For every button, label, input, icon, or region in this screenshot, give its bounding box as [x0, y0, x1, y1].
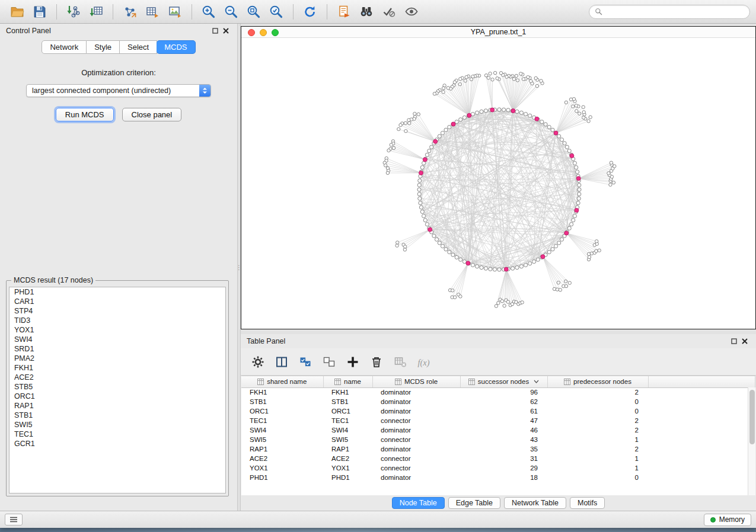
- export-image-button[interactable]: [164, 2, 186, 21]
- table-cell: SWI4: [323, 425, 372, 435]
- table-row[interactable]: SWI5SWI5connector431: [241, 435, 755, 444]
- binoculars-button[interactable]: [355, 2, 378, 21]
- table-cell: SWI4: [241, 425, 323, 435]
- mcds-result-item[interactable]: CAR1: [9, 297, 225, 306]
- table-row[interactable]: ACE2ACE2connector311: [241, 454, 755, 463]
- optimization-dropdown[interactable]: largest connected component (undirected): [26, 84, 211, 97]
- select-all-icon: [299, 355, 312, 368]
- float-panel-icon[interactable]: [210, 26, 221, 36]
- column-header-shared-name[interactable]: shared name: [241, 376, 323, 387]
- tab-motifs[interactable]: Motifs: [570, 497, 605, 509]
- mcds-result-item[interactable]: STB1: [9, 411, 225, 420]
- tab-style[interactable]: Style: [87, 40, 120, 54]
- mcds-result-item[interactable]: ORC1: [9, 392, 225, 401]
- mcds-result-item[interactable]: RAP1: [9, 401, 225, 411]
- column-header-predecessor-nodes[interactable]: predecessor nodes: [547, 376, 648, 387]
- table-cell: [648, 463, 755, 473]
- tab-mcds[interactable]: MCDS: [157, 40, 195, 54]
- delete-button[interactable]: [368, 353, 385, 371]
- memory-label: Memory: [719, 515, 745, 524]
- mcds-result-item[interactable]: ACE2: [9, 373, 225, 382]
- column-header-successor-nodes[interactable]: successor nodes: [460, 376, 547, 387]
- mcds-result-item[interactable]: PHD1: [9, 287, 225, 297]
- search-box[interactable]: [589, 5, 750, 19]
- run-mcds-button[interactable]: Run MCDS: [56, 108, 114, 121]
- scrollbar-thumb[interactable]: [749, 390, 755, 444]
- table-row[interactable]: RAP1RAP1dominator352: [241, 444, 755, 454]
- import-table-icon: [89, 5, 103, 19]
- table-cell: PHD1: [241, 473, 323, 482]
- float-table-panel-icon[interactable]: [729, 336, 739, 346]
- zoom-out-button[interactable]: [220, 2, 243, 21]
- tab-network[interactable]: Network: [42, 40, 87, 54]
- style-check-button[interactable]: [378, 2, 400, 21]
- add-button[interactable]: [344, 353, 362, 371]
- table-row[interactable]: FKH1FKH1dominator962: [241, 387, 755, 397]
- table-cell: FKH1: [323, 387, 372, 397]
- close-table-panel-icon[interactable]: [739, 336, 750, 346]
- table-cell: ACE2: [241, 454, 323, 463]
- window-close-icon[interactable]: [248, 29, 255, 36]
- table-cell: 96: [460, 387, 547, 397]
- mcds-result-item[interactable]: SWI4: [9, 335, 225, 344]
- tab-edge-table[interactable]: Edge Table: [448, 497, 500, 509]
- window-minimize-icon[interactable]: [260, 29, 267, 36]
- mcds-result-item[interactable]: SWI5: [9, 420, 225, 430]
- zoom-in-button[interactable]: [197, 2, 220, 21]
- mcds-result-item[interactable]: FKH1: [9, 363, 225, 373]
- zoom-fit-button[interactable]: [243, 2, 265, 21]
- window-maximize-icon[interactable]: [272, 29, 279, 36]
- table-row[interactable]: ORC1ORC1dominator610: [241, 406, 755, 416]
- select-all-button[interactable]: [296, 353, 314, 371]
- columns-button[interactable]: [273, 353, 291, 371]
- chevron-down-icon: [534, 380, 539, 383]
- zoom-selected-button[interactable]: [265, 2, 288, 21]
- table-row[interactable]: STB1STB1dominator620: [241, 397, 755, 406]
- horizontal-splitter[interactable]: [241, 329, 756, 334]
- close-panel-icon[interactable]: [221, 26, 231, 36]
- refresh-button[interactable]: [299, 2, 321, 21]
- mcds-result-item[interactable]: SRD1: [9, 344, 225, 354]
- table-row[interactable]: YOX1YOX1connector291: [241, 463, 755, 473]
- table-row[interactable]: TEC1TEC1connector472: [241, 416, 755, 425]
- tab-select[interactable]: Select: [120, 40, 157, 54]
- open-file-button[interactable]: [6, 2, 28, 21]
- export-table-icon: [145, 5, 160, 19]
- eye-button[interactable]: [400, 2, 423, 21]
- deselect-all-button[interactable]: [320, 353, 338, 371]
- import-table-button[interactable]: [85, 2, 107, 21]
- zoom-fit-icon: [247, 5, 261, 19]
- table-row[interactable]: SWI4SWI4dominator462: [241, 425, 755, 435]
- gear-button[interactable]: [249, 353, 267, 371]
- clipboard-button[interactable]: [333, 2, 355, 21]
- mcds-result-item[interactable]: TEC1: [9, 430, 225, 439]
- hamburger-menu-icon[interactable]: [5, 514, 23, 525]
- export-table-button[interactable]: [141, 2, 164, 21]
- mcds-result-item[interactable]: TID3: [9, 316, 225, 325]
- table-cell: YOX1: [323, 463, 372, 473]
- export-network-button[interactable]: [119, 2, 141, 21]
- table-scrollbar[interactable]: [748, 387, 755, 495]
- mcds-result-item[interactable]: STP4: [9, 306, 225, 316]
- mcds-result-item[interactable]: STB5: [9, 382, 225, 392]
- tab-node-table[interactable]: Node Table: [392, 497, 445, 509]
- mcds-result-item[interactable]: PMA2: [9, 354, 225, 363]
- search-input[interactable]: [606, 8, 744, 16]
- memory-button[interactable]: Memory: [704, 514, 751, 526]
- mcds-result-item[interactable]: GCR1: [9, 439, 225, 448]
- close-panel-button[interactable]: Close panel: [122, 108, 182, 121]
- table-cell: 2: [547, 444, 648, 454]
- network-canvas[interactable]: [241, 38, 755, 329]
- mcds-result-item[interactable]: YOX1: [9, 325, 225, 335]
- table-row[interactable]: PHD1PHD1dominator180: [241, 473, 755, 482]
- import-network-button[interactable]: [62, 2, 85, 21]
- column-header-mcds-role[interactable]: MCDS role: [372, 376, 460, 387]
- tab-network-table[interactable]: Network Table: [504, 497, 566, 509]
- save-button[interactable]: [28, 2, 51, 21]
- eye-icon: [404, 5, 419, 19]
- control-panel: Control Panel NetworkStyleSelectMCDS Opt…: [0, 24, 237, 511]
- table-cell: SWI5: [323, 435, 372, 444]
- table-cell: YOX1: [241, 463, 323, 473]
- column-header-name[interactable]: name: [323, 376, 372, 387]
- table-cell: 31: [460, 454, 547, 463]
